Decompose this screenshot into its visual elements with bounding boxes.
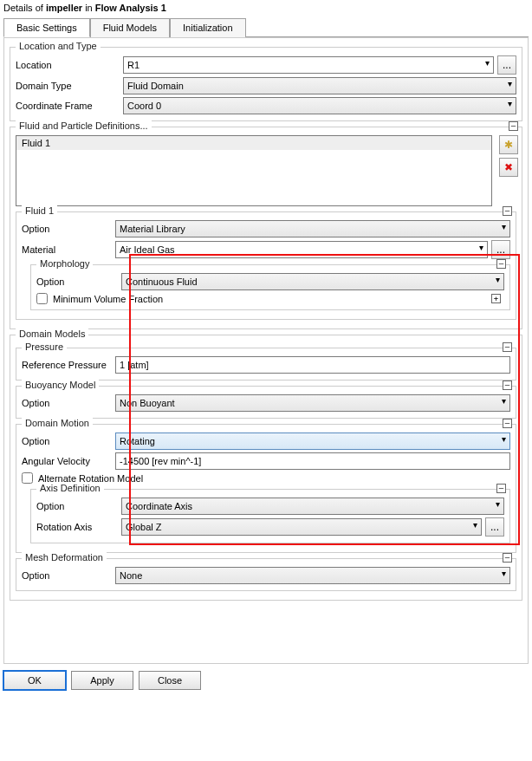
material-browse-button[interactable]: ... bbox=[491, 240, 510, 259]
angular-velocity-input[interactable] bbox=[115, 452, 510, 470]
label-alternate-rotation: Alternate Rotation Model bbox=[38, 473, 143, 484]
group-fluid-definitions: Fluid and Particle Definitions... – Flui… bbox=[10, 127, 522, 329]
expand-min-volume-fraction[interactable]: + bbox=[491, 294, 501, 303]
group-fluid-definitions-title: Fluid and Particle Definitions... bbox=[16, 120, 152, 131]
delete-fluid-button[interactable]: ✖ bbox=[499, 158, 518, 177]
label-angular-velocity: Angular Velocity bbox=[22, 456, 115, 466]
tab-basic-settings[interactable]: Basic Settings bbox=[3, 18, 90, 37]
button-bar: OK Apply Close bbox=[0, 667, 532, 695]
ref-pressure-input[interactable] bbox=[115, 356, 510, 374]
group-domain-motion-title: Domain Motion bbox=[22, 418, 93, 428]
fluid-list-item[interactable]: Fluid 1 bbox=[16, 136, 491, 150]
rotation-axis-browse-button[interactable]: ... bbox=[485, 517, 504, 537]
panel-title: Details of impeller in Flow Analysis 1 bbox=[0, 0, 532, 17]
collapse-morphology[interactable]: – bbox=[496, 259, 506, 269]
collapse-domain-motion[interactable]: – bbox=[503, 419, 512, 428]
group-mesh-deformation: Mesh Deformation – Option bbox=[16, 558, 516, 591]
group-axis-definition: Axis Definition – Option Rotation Axis .… bbox=[30, 489, 510, 543]
group-buoyancy: Buoyancy Model – Option bbox=[16, 386, 516, 419]
group-pressure-title: Pressure bbox=[22, 341, 67, 352]
close-button[interactable]: Close bbox=[139, 671, 201, 690]
apply-button[interactable]: Apply bbox=[71, 671, 133, 690]
settings-panel: Location and Type Location ... Domain Ty… bbox=[3, 37, 529, 664]
label-material: Material bbox=[22, 244, 115, 255]
motion-option-select[interactable] bbox=[115, 433, 510, 450]
collapse-pressure[interactable]: – bbox=[503, 342, 512, 352]
coord-frame-select[interactable] bbox=[123, 97, 516, 114]
group-axis-definition-title: Axis Definition bbox=[36, 483, 104, 493]
label-location: Location bbox=[16, 60, 123, 70]
label-fluid-option: Option bbox=[22, 224, 115, 234]
collapse-fluid-definitions[interactable]: – bbox=[509, 121, 518, 131]
collapse-fluid1[interactable]: – bbox=[503, 206, 512, 216]
label-min-volume-fraction: Minimum Volume Fraction bbox=[53, 294, 163, 304]
group-domain-motion: Domain Motion – Option Angular Velocity … bbox=[16, 424, 516, 553]
label-ref-pressure: Reference Pressure bbox=[22, 360, 115, 370]
collapse-mesh-deformation[interactable]: – bbox=[503, 553, 512, 563]
group-domain-models-title: Domain Models bbox=[16, 328, 88, 339]
group-location-type-title: Location and Type bbox=[16, 41, 101, 51]
fluid-option-select[interactable] bbox=[115, 220, 510, 237]
ok-button[interactable]: OK bbox=[3, 671, 66, 690]
axis-option-select[interactable] bbox=[121, 498, 504, 515]
rotation-axis-select[interactable] bbox=[121, 518, 482, 536]
group-fluid1-title: Fluid 1 bbox=[22, 205, 57, 216]
label-rotation-axis: Rotation Axis bbox=[36, 522, 121, 532]
mesh-option-select[interactable] bbox=[115, 567, 510, 584]
alternate-rotation-checkbox[interactable] bbox=[22, 472, 33, 484]
tab-bar: Basic Settings Fluid Models Initializati… bbox=[3, 17, 529, 37]
label-axis-option: Option bbox=[36, 501, 121, 511]
label-domain-type: Domain Type bbox=[16, 81, 123, 91]
group-morphology-title: Morphology bbox=[36, 258, 93, 269]
group-location-type: Location and Type Location ... Domain Ty… bbox=[10, 47, 522, 121]
location-combo[interactable] bbox=[123, 56, 494, 74]
label-coord-frame: Coordinate Frame bbox=[16, 101, 123, 111]
location-browse-button[interactable]: ... bbox=[497, 55, 516, 75]
group-domain-models: Domain Models Pressure – Reference Press… bbox=[10, 335, 522, 601]
morph-option-select[interactable] bbox=[121, 273, 504, 290]
min-volume-fraction-checkbox[interactable] bbox=[36, 293, 48, 304]
tab-initialization[interactable]: Initialization bbox=[170, 18, 245, 37]
tab-fluid-models[interactable]: Fluid Models bbox=[90, 18, 170, 37]
fluid-list[interactable]: Fluid 1 bbox=[16, 135, 492, 206]
label-buoy-option: Option bbox=[22, 398, 115, 408]
collapse-axis-definition[interactable]: – bbox=[496, 484, 506, 493]
material-combo[interactable] bbox=[115, 241, 488, 258]
group-buoyancy-title: Buoyancy Model bbox=[22, 380, 99, 390]
group-morphology: Morphology – Option Minimum Volume Fract… bbox=[30, 264, 510, 310]
group-pressure: Pressure – Reference Pressure bbox=[16, 348, 516, 380]
group-fluid1: Fluid 1 – Option Material ... Morphology… bbox=[16, 211, 516, 320]
label-mesh-option: Option bbox=[22, 570, 115, 581]
label-motion-option: Option bbox=[22, 436, 115, 446]
collapse-buoyancy[interactable]: – bbox=[503, 380, 512, 390]
label-morph-option: Option bbox=[36, 276, 121, 287]
add-fluid-button[interactable]: ✱ bbox=[499, 135, 518, 154]
domain-type-select[interactable] bbox=[123, 77, 516, 94]
buoy-option-select[interactable] bbox=[115, 394, 510, 412]
group-mesh-deformation-title: Mesh Deformation bbox=[22, 552, 107, 563]
